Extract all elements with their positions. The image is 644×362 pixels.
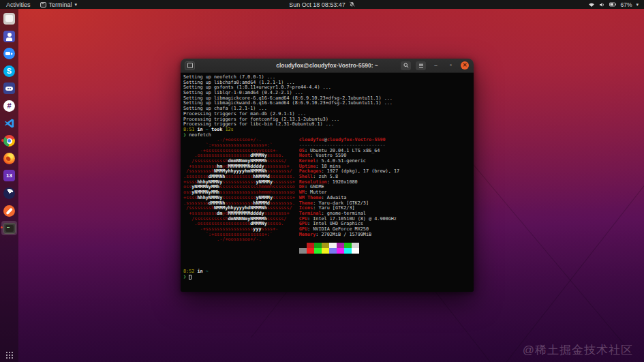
neofetch-output: .-/+oossssoo+/-. `:+ssssssssssssssssss+:… bbox=[183, 138, 474, 254]
dock-item-moon-app[interactable] bbox=[1, 186, 17, 200]
show-applications-button[interactable] bbox=[5, 351, 14, 359]
vscode-app-icon bbox=[4, 118, 15, 129]
dock-item-chrome[interactable] bbox=[1, 134, 17, 148]
slack-app-icon: # bbox=[3, 100, 15, 112]
terminal-line: 8:51 in ~ took 12s bbox=[183, 127, 474, 133]
focused-app-menu[interactable]: Terminal ▾ bbox=[40, 1, 78, 8]
menu-button[interactable] bbox=[416, 61, 426, 70]
battery-icon bbox=[609, 2, 616, 7]
palette-color-block bbox=[299, 243, 307, 248]
focused-app-label: Terminal bbox=[49, 1, 72, 8]
palette-color-block bbox=[322, 248, 329, 254]
system-indicators[interactable]: 67% ▾ bbox=[588, 1, 644, 8]
dock-item-skype[interactable]: S bbox=[1, 64, 17, 78]
watermark-text: @稀土掘金技术社区 bbox=[523, 342, 633, 358]
palette-color-block bbox=[352, 243, 359, 248]
moon-app-icon bbox=[3, 187, 15, 199]
palette-color-block bbox=[314, 243, 322, 248]
terminal-icon bbox=[40, 2, 46, 7]
chevron-down-icon: ▾ bbox=[75, 2, 78, 7]
chrome-app-icon bbox=[3, 135, 15, 147]
new-tab-button[interactable] bbox=[185, 61, 195, 70]
palette-color-block bbox=[307, 248, 314, 254]
wifi-icon bbox=[588, 2, 595, 7]
dock-item-firefox[interactable] bbox=[1, 151, 17, 166]
terminal-color-palette bbox=[299, 243, 399, 248]
purple-app-icon: 13 bbox=[3, 170, 15, 181]
dock-item-discord[interactable] bbox=[1, 81, 17, 95]
dock-item-zoom[interactable] bbox=[1, 46, 17, 61]
palette-color-block bbox=[337, 243, 344, 248]
terminal-line bbox=[183, 264, 474, 269]
palette-color-block bbox=[352, 248, 359, 254]
terminal-line bbox=[183, 254, 474, 259]
dock-item-files[interactable] bbox=[1, 12, 17, 26]
dock-item-purple-app[interactable]: 13 bbox=[1, 168, 17, 183]
discord-app-icon bbox=[3, 82, 15, 94]
window-titlebar[interactable]: cloudyfox@cloudyfox-Vostro-5590: ~ – ▫ ✕ bbox=[181, 59, 474, 73]
dock: S # 13 bbox=[0, 9, 18, 362]
search-button[interactable] bbox=[401, 61, 411, 70]
skype-app-icon: S bbox=[3, 65, 15, 77]
top-bar: Activities Terminal ▾ Sun Oct 18 08:53:4… bbox=[0, 0, 644, 9]
terminal-app-icon bbox=[3, 223, 16, 234]
palette-color-block bbox=[344, 248, 352, 254]
palette-color-block bbox=[307, 243, 314, 248]
palette-color-block bbox=[299, 248, 307, 254]
hamburger-menu-icon bbox=[418, 63, 424, 68]
chevron-down-icon: ▾ bbox=[636, 2, 639, 7]
dock-item-teams[interactable] bbox=[1, 29, 17, 44]
palette-color-block bbox=[322, 243, 329, 248]
palette-color-block bbox=[344, 243, 352, 248]
dock-item-orange-app[interactable] bbox=[1, 204, 17, 218]
search-icon bbox=[403, 63, 409, 68]
activities-button[interactable]: Activities bbox=[6, 1, 31, 8]
terminal-color-palette bbox=[299, 248, 399, 254]
neofetch-info-line: Memory: 2702MiB / 15799MiB bbox=[299, 232, 399, 238]
minimize-button[interactable]: – bbox=[431, 61, 441, 70]
show-applications-icon bbox=[6, 352, 7, 353]
palette-color-block bbox=[329, 243, 337, 248]
teams-app-icon bbox=[3, 31, 15, 42]
neofetch-info: cloudyfox@cloudyfox-Vostro-5590---------… bbox=[299, 138, 399, 254]
terminal-content[interactable]: Setting up neofetch (7.0.0-1) ...Setting… bbox=[181, 73, 474, 292]
clock[interactable]: Sun Oct 18 08:53:47 bbox=[289, 1, 346, 8]
dock-item-terminal[interactable] bbox=[1, 221, 17, 235]
volume-icon bbox=[599, 2, 605, 7]
terminal-line: ❯ bbox=[183, 275, 474, 280]
maximize-button[interactable]: ▫ bbox=[446, 61, 456, 70]
palette-color-block bbox=[337, 248, 344, 254]
firefox-app-icon bbox=[3, 153, 15, 164]
zoom-app-icon bbox=[3, 48, 15, 59]
terminal-window: cloudyfox@cloudyfox-Vostro-5590: ~ – ▫ ✕… bbox=[181, 59, 474, 292]
dock-item-slack[interactable]: # bbox=[1, 99, 17, 113]
blank-line bbox=[299, 237, 399, 243]
ascii-art-line: .-/+oossssoo+/-. bbox=[183, 237, 295, 243]
files-app-icon bbox=[3, 13, 15, 25]
notification-bell-muted-icon bbox=[349, 1, 355, 7]
close-button[interactable]: ✕ bbox=[461, 61, 469, 70]
terminal-line bbox=[183, 259, 474, 265]
palette-color-block bbox=[329, 248, 337, 254]
battery-percentage: 67% bbox=[620, 1, 632, 8]
terminal-line: 8:52 in ~ bbox=[183, 269, 474, 275]
running-indicator-dot bbox=[1, 226, 3, 228]
palette-color-block bbox=[314, 248, 322, 254]
neofetch-ascii-art: .-/+oossssoo+/-. `:+ssssssssssssssssss+:… bbox=[183, 138, 295, 254]
orange-app-icon bbox=[3, 205, 15, 217]
dock-item-vscode[interactable] bbox=[1, 117, 17, 131]
